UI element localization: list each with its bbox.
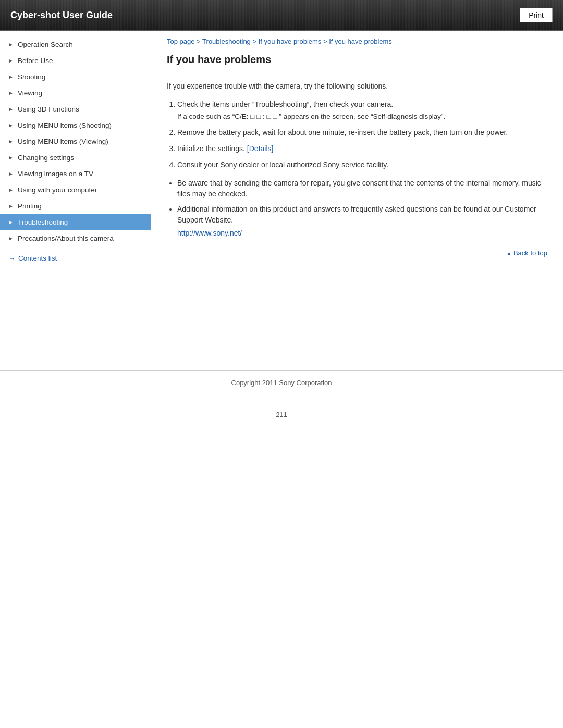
- arrow-right-icon: ►: [8, 90, 14, 96]
- sidebar-item-viewing[interactable]: ► Viewing: [0, 85, 151, 101]
- step-2: Remove the battery pack, wait for about …: [177, 127, 547, 138]
- step-2-main: Remove the battery pack, wait for about …: [177, 128, 508, 137]
- sidebar-item-precautions[interactable]: ► Precautions/About this camera: [0, 230, 151, 246]
- arrow-right-icon: ►: [8, 219, 14, 225]
- breadcrumb-sep3: >: [321, 38, 329, 45]
- sidebar-item-menu-shooting[interactable]: ► Using MENU items (Shooting): [0, 117, 151, 133]
- page-title-section: If you have problems: [167, 54, 547, 71]
- arrow-right-icon: ►: [8, 122, 14, 128]
- sidebar-item-viewing-tv[interactable]: ► Viewing images on a TV: [0, 166, 151, 182]
- step-3: Initialize the settings. [Details]: [177, 143, 547, 154]
- sidebar-item-printing[interactable]: ► Printing: [0, 198, 151, 214]
- sidebar-item-shooting[interactable]: ► Shooting: [0, 69, 151, 85]
- sidebar-item-label: Changing settings: [18, 154, 144, 162]
- bullet-1-text: Be aware that by sending the camera for …: [177, 179, 541, 198]
- arrow-right-icon: ►: [8, 58, 14, 64]
- sidebar-item-menu-viewing[interactable]: ► Using MENU items (Viewing): [0, 133, 151, 150]
- step-3-link[interactable]: [Details]: [247, 144, 274, 153]
- sidebar-item-label: Using with your computer: [18, 186, 144, 194]
- breadcrumb-sep2: >: [251, 38, 259, 45]
- back-to-top-label: Back to top: [513, 249, 547, 257]
- step-1-main: Check the items under “Troubleshooting”,…: [177, 100, 393, 108]
- sidebar-item-label: Shooting: [18, 73, 144, 81]
- arrow-right-icon: →: [8, 254, 15, 262]
- contents-list-label: Contents list: [18, 254, 57, 262]
- page-title: If you have problems: [167, 54, 547, 66]
- sidebar-item-3d-functions[interactable]: ► Using 3D Functions: [0, 101, 151, 117]
- arrow-right-icon: ►: [8, 139, 14, 144]
- bullet-2-text: Additional information on this product a…: [177, 205, 536, 224]
- breadcrumb: Top page > Troubleshooting > If you have…: [167, 31, 547, 54]
- arrow-right-icon: ►: [8, 236, 14, 241]
- step-3-main: Initialize the settings.: [177, 144, 247, 153]
- sidebar-item-operation-search[interactable]: ► Operation Search: [0, 36, 151, 53]
- contents-list-link[interactable]: → Contents list: [0, 249, 151, 267]
- sidebar-item-label: Troubleshooting: [18, 218, 144, 226]
- triangle-icon: ▲: [506, 250, 512, 256]
- bullet-list: Be aware that by sending the camera for …: [177, 178, 547, 239]
- steps-list: Check the items under “Troubleshooting”,…: [177, 99, 547, 170]
- sidebar-item-label: Viewing: [18, 89, 144, 97]
- arrow-right-icon: ►: [8, 74, 14, 80]
- sidebar-item-label: Printing: [18, 202, 144, 210]
- sidebar-item-label: Operation Search: [18, 41, 144, 48]
- bullet-item-1: Be aware that by sending the camera for …: [177, 178, 547, 200]
- arrow-right-icon: ►: [8, 187, 14, 193]
- sidebar-item-label: Before Use: [18, 57, 144, 65]
- sidebar-item-changing-settings[interactable]: ► Changing settings: [0, 150, 151, 166]
- copyright-text: Copyright 2011 Sony Corporation: [231, 379, 332, 387]
- step-4: Consult your Sony dealer or local author…: [177, 159, 547, 170]
- footer: Copyright 2011 Sony Corporation: [0, 370, 563, 395]
- intro-text: If you experience trouble with the camer…: [167, 81, 547, 92]
- sidebar: ► Operation Search ► Before Use ► Shooti…: [0, 31, 151, 354]
- sidebar-item-label: Viewing images on a TV: [18, 170, 144, 178]
- header-title: Cyber-shot User Guide: [10, 10, 113, 21]
- breadcrumb-top-page[interactable]: Top page: [167, 38, 195, 45]
- arrow-right-icon: ►: [8, 106, 14, 112]
- step-1-sub: If a code such as “C/E: □ □ : □ □ ” appe…: [177, 112, 547, 122]
- bullet-item-2: Additional information on this product a…: [177, 204, 547, 239]
- back-to-top[interactable]: ▲Back to top: [167, 249, 547, 257]
- breadcrumb-if-you-have-problems1[interactable]: If you have problems: [259, 38, 322, 45]
- sidebar-item-label: Using 3D Functions: [18, 105, 144, 113]
- sony-url-link[interactable]: http://www.sony.net/: [177, 228, 547, 239]
- arrow-right-icon: ►: [8, 171, 14, 177]
- page-header: Cyber-shot User Guide Print: [0, 0, 563, 31]
- arrow-right-icon: ►: [8, 203, 14, 209]
- sidebar-item-computer[interactable]: ► Using with your computer: [0, 182, 151, 198]
- sidebar-item-label: Using MENU items (Shooting): [18, 121, 144, 129]
- step-1: Check the items under “Troubleshooting”,…: [177, 99, 547, 122]
- main-content: Top page > Troubleshooting > If you have…: [151, 31, 563, 273]
- sidebar-item-troubleshooting[interactable]: ► Troubleshooting: [0, 214, 151, 230]
- arrow-right-icon: ►: [8, 42, 14, 47]
- step-4-main: Consult your Sony dealer or local author…: [177, 161, 388, 169]
- print-button[interactable]: Print: [520, 8, 553, 22]
- sidebar-item-label: Precautions/About this camera: [18, 235, 144, 242]
- breadcrumb-troubleshooting[interactable]: Troubleshooting: [202, 38, 251, 45]
- sidebar-item-before-use[interactable]: ► Before Use: [0, 53, 151, 69]
- breadcrumb-current: If you have problems: [329, 38, 392, 45]
- arrow-right-icon: ►: [8, 155, 14, 161]
- breadcrumb-sep1: >: [195, 38, 203, 45]
- main-layout: ► Operation Search ► Before Use ► Shooti…: [0, 31, 563, 354]
- page-number: 211: [0, 395, 563, 434]
- sidebar-item-label: Using MENU items (Viewing): [18, 138, 144, 145]
